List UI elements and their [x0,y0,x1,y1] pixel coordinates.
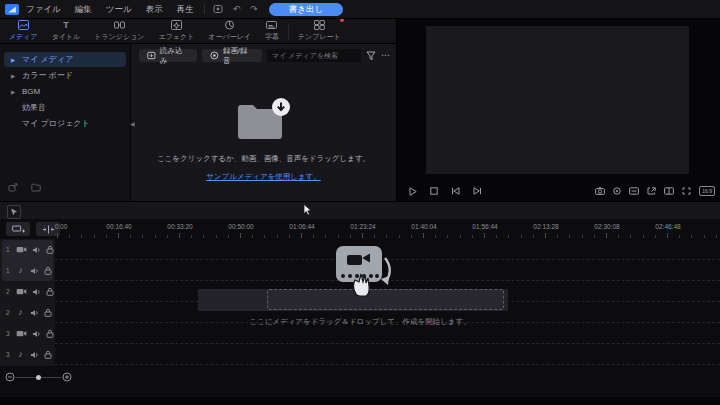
ruler-label: 00:50:00 [228,223,253,230]
lock-toggle-icon[interactable] [46,245,54,254]
caret-right-icon[interactable]: ▶ [11,73,17,79]
mouse-cursor [303,204,312,216]
subtitle-icon [266,20,277,30]
sidebar-footer [8,183,41,192]
record-button[interactable]: 録画/録音 [202,49,262,62]
mute-toggle-icon[interactable] [32,330,41,338]
ruler-label: 01:06:44 [289,223,314,230]
display-quality-icon[interactable] [629,187,639,195]
video-track-icon [16,288,27,295]
lock-toggle-icon[interactable] [46,329,54,338]
menu-play[interactable]: 再生 [170,0,201,18]
sidebar-item-sound-effects[interactable]: 効果音 [4,100,126,115]
timeline-lane[interactable] [55,344,720,365]
tab-subtitles[interactable]: 字幕 [258,20,286,42]
ruler-label: 02:13:28 [533,223,558,230]
track-header-audio-3[interactable]: 3 ♪ [0,344,55,365]
track-header-audio-2[interactable]: 2 ♪ [0,302,55,323]
more-options-icon[interactable]: ⋯ [381,49,390,62]
template-icon [314,20,325,30]
ruler-label: 01:56:44 [472,223,497,230]
ruler-label: 01:23:24 [350,223,375,230]
play-button[interactable] [409,187,417,196]
transition-icon [114,20,125,30]
video-preview-frame[interactable] [426,26,689,174]
redo-icon[interactable]: ↷ [245,4,263,14]
lock-toggle-icon[interactable] [46,287,54,296]
next-frame-button[interactable] [473,187,482,195]
tab-effects[interactable]: エフェクト [151,20,201,42]
sidebar-item-bgm[interactable]: ▶ BGM [4,84,126,99]
bottom-strip [0,397,720,405]
mute-toggle-icon[interactable] [30,309,39,317]
tab-media[interactable]: メディア [2,20,45,42]
tab-templates[interactable]: テンプレート [291,20,348,42]
mute-toggle-icon[interactable] [32,288,41,296]
menu-file[interactable]: ファイル [19,0,68,18]
track-number: 2 [6,309,11,316]
lock-toggle-icon[interactable] [44,266,52,275]
tab-overlay[interactable]: オーバーレイ [201,20,258,42]
sidebar-item-my-projects[interactable]: マイ プロジェクト [4,116,126,131]
zoom-slider-track[interactable] [41,377,62,378]
drag-clip-illustration [322,244,400,304]
zoom-out-button[interactable] [5,372,15,382]
track-number: 3 [6,351,11,358]
app-logo-icon [5,4,19,15]
menu-tools[interactable]: ツール [99,0,139,18]
zoom-in-button[interactable] [62,372,72,382]
filter-funnel-icon[interactable] [366,51,376,61]
video-track-icon [16,330,27,337]
track-header-video-3[interactable]: 3 [0,323,55,344]
undo-icon[interactable]: ↶ [228,4,246,14]
manage-tracks-button[interactable] [6,222,30,236]
media-empty-state[interactable]: ここをクリックするか、動画、画像、音声をドラッグします。 サンプルメディアを使用… [131,96,396,182]
detach-window-icon[interactable] [647,187,656,195]
tab-label: オーバーレイ [208,32,251,42]
sample-media-link[interactable]: サンプルメディアを使用します。 [206,172,321,182]
mute-toggle-icon[interactable] [30,351,39,359]
timeline-zoom-control [5,372,72,382]
fullscreen-icon[interactable] [682,187,691,195]
track-header-video-1[interactable]: 1 [0,239,55,260]
sidebar-item-color-board[interactable]: ▶ カラー ボード [4,68,126,83]
mute-toggle-icon[interactable] [30,267,39,275]
mute-toggle-icon[interactable] [32,246,41,254]
snapshot-camera-icon[interactable] [595,187,605,195]
import-button[interactable]: 読み込み [139,49,197,62]
menu-edit[interactable]: 編集 [68,0,99,18]
aspect-ratio-badge[interactable]: 16:9 [699,186,715,196]
title-icon: T [63,20,69,30]
import-folder-icon[interactable] [233,96,295,144]
caret-right-icon[interactable]: ▶ [11,57,17,63]
import-icon [147,51,156,60]
export-button[interactable]: 書き出し [269,3,343,16]
tab-transitions[interactable]: トランジション [87,20,151,42]
tab-titles[interactable]: T タイトル [45,20,88,42]
sidebar-item-label: マイ プロジェクト [22,118,90,129]
audio-track-icon: ♪ [16,308,25,317]
track-header-video-2[interactable]: 2 [0,281,55,302]
lock-toggle-icon[interactable] [44,308,52,317]
zoom-slider-track[interactable] [15,377,36,378]
layout-split-icon[interactable] [664,187,674,195]
media-search-input[interactable] [267,49,361,62]
track-number: 1 [6,246,11,253]
timeline-ruler[interactable]: 0:00 00:16:40 00:33:20 00:50:00 01:06:44… [55,221,720,239]
resource-folder-icon[interactable] [31,183,41,192]
menubar-divider [204,4,205,14]
lock-toggle-icon[interactable] [44,350,52,359]
caret-right-icon[interactable]: ▶ [11,89,17,95]
track-header-audio-1[interactable]: 1 ♪ [0,260,55,281]
sidebar-item-my-media[interactable]: ▶ マイ メディア [4,52,126,67]
menu-view[interactable]: 表示 [139,0,170,18]
tab-divider [288,23,289,39]
marker-icon[interactable] [613,187,621,195]
timeline-toolbar-toggle[interactable] [7,205,21,219]
previous-frame-button[interactable] [451,187,460,195]
share-icon[interactable] [8,183,18,192]
screen-record-icon[interactable] [208,4,228,14]
tab-label: トランジション [94,32,144,42]
tab-label: メディア [9,32,38,42]
stop-button[interactable] [430,187,438,195]
